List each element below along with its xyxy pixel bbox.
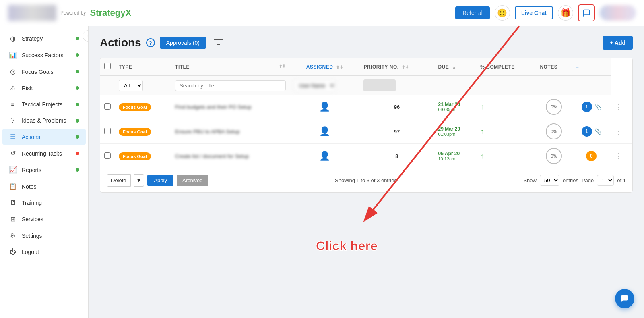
row3-menu-cell: ⋮ xyxy=(611,144,632,168)
sidebar-label-logout: Logout xyxy=(22,249,39,255)
sidebar-label-recurring-tasks: Recurring Tasks xyxy=(22,150,62,157)
row3-note-count[interactable]: 0 xyxy=(586,151,597,161)
page-select[interactable]: 1 xyxy=(597,175,614,186)
page-header: Actions ? Approvals (0) + Add xyxy=(100,36,633,50)
row2-checkbox[interactable] xyxy=(104,128,111,134)
select-all-checkbox[interactable] xyxy=(104,63,111,69)
show-entries-select[interactable]: 50 xyxy=(540,175,559,186)
row1-due-date: 21 Mar 20 xyxy=(438,102,472,107)
main-content: Actions ? Approvals (0) + Add xyxy=(89,26,644,318)
emoji-icon-button[interactable]: 🙂 xyxy=(495,5,510,21)
sidebar-dot-actions xyxy=(76,135,79,139)
row2-priority-arrow: ↑ xyxy=(480,127,484,135)
row1-checkbox[interactable] xyxy=(104,103,111,110)
sidebar-dot-success-factors xyxy=(76,53,79,57)
tactical-projects-icon: ≡ xyxy=(9,101,17,108)
row3-title-cell[interactable]: Create list / document for Setup xyxy=(171,144,289,168)
add-button[interactable]: + Add xyxy=(603,36,633,50)
settings-icon: ⚙ xyxy=(9,232,17,239)
chat-icon-button[interactable] xyxy=(578,4,595,21)
row3-notes-cell: 0 xyxy=(572,144,611,168)
assigned-filter-select[interactable]: User Name xyxy=(294,80,336,91)
row2-percent-badge: 0% xyxy=(546,123,562,139)
row2-type-badge: Focus Goal xyxy=(119,128,151,136)
sidebar-label-reports: Reports xyxy=(22,167,41,173)
recurring-tasks-icon: ↺ xyxy=(9,150,17,157)
row1-title-cell[interactable]: Find budgets and their PO Setup xyxy=(171,95,289,119)
row3-arrow-cell: ↑ xyxy=(476,144,536,168)
sidebar-dot-tactical-projects xyxy=(76,103,79,106)
approvals-button[interactable]: Approvals (0) xyxy=(160,37,206,49)
row2-attach-icon: 📎 xyxy=(594,128,601,135)
row3-priority-arrow: ↑ xyxy=(480,152,484,160)
sidebar-item-notes[interactable]: 📋 Notes xyxy=(2,179,86,194)
apply-button[interactable]: Apply xyxy=(147,175,173,186)
row1-note-count[interactable]: 1 xyxy=(582,102,592,112)
sidebar-item-strategy[interactable]: ◑ Strategy xyxy=(2,31,86,46)
row3-percent-cell: 0% xyxy=(536,144,572,168)
archived-button[interactable]: Archived xyxy=(177,175,208,186)
sidebar-item-tactical-projects[interactable]: ≡ Tactical Projects xyxy=(2,97,86,112)
row2-menu-icon[interactable]: ⋮ xyxy=(615,127,622,135)
title-filter-input[interactable] xyxy=(175,80,285,91)
delete-dropdown-button[interactable]: ▼ xyxy=(134,174,144,187)
sidebar-label-strategy: Strategy xyxy=(22,35,43,42)
sidebar-item-risk[interactable]: ⚠ Risk xyxy=(2,80,86,96)
powered-by-text: Powered by xyxy=(60,10,86,16)
sidebar-item-success-factors[interactable]: 📊 Success Factors xyxy=(2,47,86,63)
row3-type-badge: Focus Goal xyxy=(119,152,151,160)
page-label: Page xyxy=(582,177,594,183)
sidebar-item-services[interactable]: ⊞ Services xyxy=(2,211,86,227)
sidebar-item-training[interactable]: 🖥 Training xyxy=(2,195,86,210)
row2-title-cell[interactable]: Ensure PBU to APBA Setup xyxy=(171,119,289,144)
sidebar-label-focus-goals: Focus Goals xyxy=(22,69,54,75)
floating-chat-button[interactable] xyxy=(615,289,634,308)
sidebar-item-actions[interactable]: ☰ Actions xyxy=(2,129,86,145)
row1-checkbox-cell xyxy=(100,95,115,119)
sidebar-item-focus-goals[interactable]: ◎ Focus Goals xyxy=(2,64,86,79)
page-title-wrap: Actions ? Approvals (0) xyxy=(100,36,226,49)
sidebar-label-risk: Risk xyxy=(22,85,33,91)
row3-checkbox-cell xyxy=(100,144,115,168)
table-header-row: TYPE TITLE ⬆⬇ ASSIGNED ⬆⬇ PRIORITY NO. xyxy=(100,58,632,76)
services-icon: ⊞ xyxy=(9,215,17,223)
page-title: Actions xyxy=(100,36,141,49)
sidebar-item-recurring-tasks[interactable]: ↺ Recurring Tasks xyxy=(2,145,86,161)
sidebar-label-settings: Settings xyxy=(22,233,42,239)
row2-due-time: 01:03pm xyxy=(438,132,472,137)
row3-menu-icon[interactable]: ⋮ xyxy=(615,152,622,160)
row1-menu-icon[interactable]: ⋮ xyxy=(615,103,622,111)
row3-due-date: 05 Apr 20 xyxy=(438,151,472,156)
filter-icon-button[interactable] xyxy=(211,37,226,49)
due-filter-cell xyxy=(434,76,476,95)
table-row: Focus Goal Ensure PBU to APBA Setup 👤 97… xyxy=(100,119,632,144)
sidebar-item-ideas-problems[interactable]: ? Ideas & Problems xyxy=(2,113,86,128)
sidebar-item-reports[interactable]: 📈 Reports xyxy=(2,162,86,178)
notes-filter-cell xyxy=(536,76,572,95)
gift-icon-button[interactable]: 🎁 xyxy=(558,5,573,21)
row2-note-count[interactable]: 1 xyxy=(582,126,592,137)
row1-avatar-icon: 👤 xyxy=(319,102,330,112)
row2-percent-cell: 0% xyxy=(536,119,572,144)
live-chat-button[interactable]: Live Chat xyxy=(515,6,553,19)
type-filter-select[interactable]: All xyxy=(119,80,143,91)
sidebar-dot-recurring-tasks xyxy=(76,152,79,155)
row3-checkbox[interactable] xyxy=(104,152,111,159)
sidebar-item-settings[interactable]: ⚙ Settings xyxy=(2,228,86,243)
sidebar-dot-ideas-problems xyxy=(76,119,79,123)
type-column-header: TYPE xyxy=(115,58,171,76)
footer-right: Show 50 entries Page 1 of 1 xyxy=(523,175,626,186)
training-icon: 🖥 xyxy=(9,199,17,206)
help-icon[interactable]: ? xyxy=(146,38,155,47)
risk-icon: ⚠ xyxy=(9,84,17,92)
delete-button[interactable]: Delete xyxy=(107,174,131,187)
row3-assigned-cell: 👤 xyxy=(290,144,360,168)
referral-button[interactable]: Referral xyxy=(455,6,490,19)
sidebar-item-logout[interactable]: ⏻ Logout xyxy=(2,244,86,260)
sidebar-label-training: Training xyxy=(22,200,42,206)
strategy-icon: ◑ xyxy=(9,35,17,42)
row1-due-time: 09:00pm xyxy=(438,107,472,112)
row3-due-time: 10:12am xyxy=(438,156,472,161)
row1-arrow-cell: ↑ xyxy=(476,95,536,119)
header-left: Powered by StrategyX xyxy=(8,5,131,21)
